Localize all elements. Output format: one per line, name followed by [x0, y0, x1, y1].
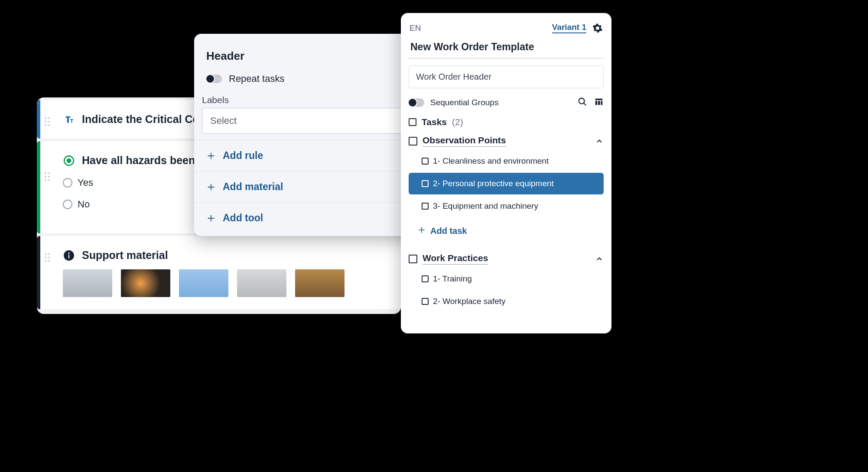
question-card[interactable]: Support material	[37, 236, 401, 309]
task-label: 1- Training	[433, 274, 472, 284]
toggle-label: Sequential Groups	[430, 98, 498, 107]
svg-point-9	[48, 176, 50, 178]
add-rule-label: Add rule	[223, 150, 263, 162]
group-observation-points[interactable]: Observation Points	[409, 135, 604, 147]
checkbox-icon[interactable]	[409, 255, 417, 263]
svg-point-3	[48, 121, 50, 123]
svg-point-19	[48, 260, 50, 262]
task-item[interactable]: 1- Training	[409, 268, 604, 290]
language-selector[interactable]: EN	[410, 23, 421, 33]
group-work-practices[interactable]: Work Practices	[409, 253, 604, 265]
group-title: Work Practices	[423, 253, 488, 265]
add-material-label: Add material	[223, 181, 283, 193]
svg-point-2	[45, 121, 46, 123]
svg-point-4	[45, 124, 46, 126]
checkbox-icon[interactable]	[409, 118, 416, 126]
sequential-groups-toggle[interactable]: Sequential Groups	[409, 98, 498, 107]
add-tool-label: Add tool	[223, 212, 263, 224]
task-label: 2- Personal protective equipment	[433, 179, 554, 188]
svg-rect-24	[595, 99, 603, 100]
svg-point-0	[45, 117, 46, 119]
chevron-up-icon[interactable]	[595, 137, 604, 145]
plus-icon	[206, 182, 216, 192]
radio-label: No	[78, 199, 90, 210]
task-item[interactable]: 2- Personal protective equipment	[409, 173, 604, 194]
work-order-header-input[interactable]: Work Order Header	[409, 65, 604, 88]
svg-point-11	[48, 179, 50, 181]
search-icon[interactable]	[578, 97, 587, 108]
checkbox-icon[interactable]	[422, 158, 429, 165]
svg-point-5	[48, 124, 50, 126]
support-thumbnail[interactable]	[295, 269, 345, 297]
radio-icon	[63, 178, 72, 188]
support-thumbnail[interactable]	[63, 269, 112, 297]
toggle-switch[interactable]	[409, 98, 424, 107]
radio-selected-icon	[63, 155, 75, 167]
checkbox-icon[interactable]	[409, 137, 417, 145]
radio-icon	[63, 200, 72, 209]
svg-point-17	[48, 257, 50, 259]
checkbox-icon[interactable]	[422, 203, 429, 210]
text-icon	[63, 113, 75, 126]
gear-icon[interactable]	[592, 23, 603, 33]
card-accent-bar	[37, 100, 40, 139]
svg-point-14	[45, 253, 46, 255]
add-task-label: Add task	[430, 226, 467, 236]
svg-point-13	[67, 158, 72, 163]
svg-point-18	[45, 260, 46, 262]
svg-point-7	[48, 172, 50, 174]
radio-label: Yes	[78, 177, 93, 188]
checkbox-icon[interactable]	[422, 298, 429, 305]
toggle-label: Repeat tasks	[229, 73, 284, 84]
info-icon	[63, 249, 75, 262]
tasks-row[interactable]: Tasks (2)	[409, 117, 604, 127]
toggle-switch[interactable]	[206, 74, 222, 83]
plus-icon	[206, 151, 216, 161]
svg-point-15	[48, 253, 50, 255]
task-item[interactable]: 1- Cleanliness and environment	[409, 150, 604, 172]
task-label: 2- Workplace safety	[433, 297, 506, 306]
task-item[interactable]: 2- Workplace safety	[409, 291, 604, 312]
drag-handle-icon[interactable]	[44, 100, 52, 127]
svg-point-10	[45, 179, 46, 181]
task-label: 1- Cleanliness and environment	[433, 156, 549, 166]
support-thumbnail[interactable]	[121, 269, 170, 297]
plus-icon	[417, 226, 426, 236]
drag-handle-icon[interactable]	[44, 236, 52, 263]
template-panel: EN Variant 1 New Work Order Template Wor…	[401, 13, 611, 333]
tasks-count: (2)	[452, 117, 463, 127]
template-title: New Work Order Template	[409, 41, 604, 58]
chevron-up-icon[interactable]	[595, 255, 604, 263]
svg-rect-26	[598, 101, 600, 105]
svg-rect-27	[601, 101, 603, 105]
tasks-label: Tasks	[422, 117, 447, 127]
checkbox-icon[interactable]	[422, 275, 429, 282]
svg-rect-25	[595, 101, 598, 105]
support-thumbnail[interactable]	[179, 269, 228, 297]
svg-point-23	[579, 98, 585, 104]
checkbox-icon[interactable]	[422, 180, 429, 187]
task-label: 3- Equipment and machinery	[433, 201, 538, 211]
drag-handle-icon[interactable]	[44, 141, 52, 182]
svg-point-16	[45, 257, 46, 259]
svg-rect-21	[68, 254, 69, 258]
add-task-button[interactable]: Add task	[409, 220, 604, 242]
card-accent-bar	[37, 236, 40, 309]
support-thumbnail[interactable]	[237, 269, 286, 297]
svg-point-6	[45, 172, 46, 174]
task-item[interactable]: 3- Equipment and machinery	[409, 195, 604, 217]
svg-point-22	[68, 252, 69, 253]
variant-link[interactable]: Variant 1	[552, 23, 586, 33]
plus-icon	[206, 213, 216, 223]
question-title: Support material	[82, 249, 168, 262]
columns-icon[interactable]	[594, 97, 604, 108]
svg-point-1	[48, 117, 50, 119]
svg-point-8	[45, 176, 46, 178]
group-title: Observation Points	[423, 135, 506, 147]
card-accent-bar	[37, 141, 40, 233]
